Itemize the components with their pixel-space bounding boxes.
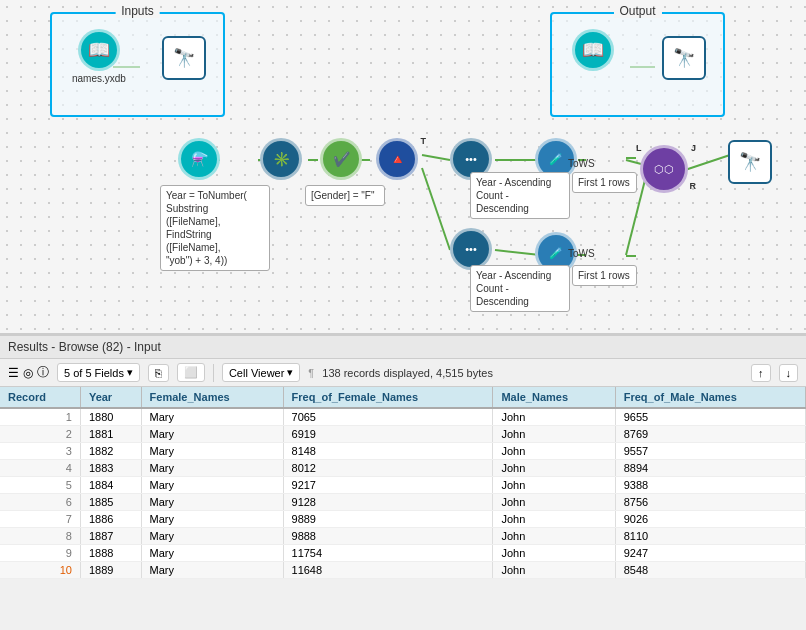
cell-col-5: 9655: [615, 408, 805, 426]
sort1-annotation: Year - Ascending Count - Descending: [470, 172, 570, 219]
cell-col-4: John: [493, 528, 615, 545]
cell-col-4: John: [493, 426, 615, 443]
cell-col-2: Mary: [141, 528, 283, 545]
col-freq-female[interactable]: Freq_of_Female_Names: [283, 387, 493, 408]
cell-col-4: John: [493, 545, 615, 562]
cell-col-4: John: [493, 494, 615, 511]
copy-icon: ⎘: [155, 367, 162, 379]
record-cell: 7: [0, 511, 80, 528]
cell-col-4: John: [493, 443, 615, 460]
book-node[interactable]: 📖 names.yxdb: [72, 29, 126, 84]
cell-col-5: 9026: [615, 511, 805, 528]
cell-col-2: Mary: [141, 511, 283, 528]
cell-col-1: 1888: [80, 545, 141, 562]
viewer-dropdown[interactable]: Cell Viewer ▾: [222, 363, 300, 382]
sort-desc-button[interactable]: ↓: [779, 364, 799, 382]
export-button[interactable]: ⬜: [177, 363, 205, 382]
data-table: Record Year Female_Names Freq_of_Female_…: [0, 387, 806, 579]
list-icon[interactable]: ☰: [8, 366, 19, 380]
file-label: names.yxdb: [72, 73, 126, 84]
cell-col-4: John: [493, 408, 615, 426]
record-cell: 6: [0, 494, 80, 511]
chevron-down-icon: ▾: [127, 366, 133, 379]
unique-node[interactable]: ✳️: [260, 138, 302, 180]
table-row: 21881Mary6919John8769: [0, 426, 806, 443]
multirow2-node[interactable]: •••: [450, 228, 492, 270]
col-year[interactable]: Year: [80, 387, 141, 408]
cell-col-2: Mary: [141, 562, 283, 579]
first2-annotation: First 1 rows: [572, 265, 637, 286]
output-book-node[interactable]: 📖: [572, 29, 614, 71]
cell-col-1: 1885: [80, 494, 141, 511]
cell-col-3: 9217: [283, 477, 493, 494]
cell-col-3: 11648: [283, 562, 493, 579]
cell-col-5: 8756: [615, 494, 805, 511]
records-stat: 138 records displayed, 4,515 bytes: [322, 367, 743, 379]
cell-col-2: Mary: [141, 545, 283, 562]
output-group-label: Output: [613, 4, 661, 18]
cell-col-2: Mary: [141, 443, 283, 460]
join-node[interactable]: ⬡⬡ L J R: [640, 145, 688, 193]
col-female-names[interactable]: Female_Names: [141, 387, 283, 408]
output-group: Output 📖 🔭: [550, 12, 725, 117]
table-row: 61885Mary9128John8756: [0, 494, 806, 511]
cell-col-3: 9128: [283, 494, 493, 511]
cell-col-1: 1889: [80, 562, 141, 579]
sort-asc-button[interactable]: ↑: [751, 364, 771, 382]
cell-col-3: 9888: [283, 528, 493, 545]
record-cell: 2: [0, 426, 80, 443]
fields-label: 5 of 5 Fields: [64, 367, 124, 379]
cell-col-5: 9247: [615, 545, 805, 562]
unique-icon: ✳️: [260, 138, 302, 180]
browse-output-node[interactable]: 🔭: [662, 36, 706, 80]
cell-col-1: 1886: [80, 511, 141, 528]
cell-col-2: Mary: [141, 460, 283, 477]
record-cell: 4: [0, 460, 80, 477]
table-row: 31882Mary8148John9557: [0, 443, 806, 460]
paragraph-icon: ¶: [308, 367, 314, 379]
cell-col-3: 11754: [283, 545, 493, 562]
cell-col-2: Mary: [141, 408, 283, 426]
table-row: 51884Mary9217John9388: [0, 477, 806, 494]
fields-dropdown[interactable]: 5 of 5 Fields ▾: [57, 363, 140, 382]
svg-line-9: [422, 168, 450, 250]
cell-col-1: 1882: [80, 443, 141, 460]
cell-col-3: 6919: [283, 426, 493, 443]
filter-node[interactable]: ✔️: [320, 138, 362, 180]
cell-col-1: 1880: [80, 408, 141, 426]
table-container: Record Year Female_Names Freq_of_Female_…: [0, 387, 806, 579]
info-icon[interactable]: ⓘ: [37, 364, 49, 381]
table-row: 71886Mary9889John9026: [0, 511, 806, 528]
results-panel: Results - Browse (82) - Input ☰ ◎ ⓘ 5 of…: [0, 335, 806, 579]
inputs-group: Inputs 📖 names.yxdb 🔭: [50, 12, 225, 117]
sort2-annotation: Year - Ascending Count - Descending: [470, 265, 570, 312]
cell-col-2: Mary: [141, 426, 283, 443]
split-node[interactable]: 🔺 T: [376, 138, 418, 180]
table-row: 41883Mary8012John8894: [0, 460, 806, 477]
formula-annotation: Year = ToNumber( Substring ([FileName], …: [160, 185, 270, 271]
col-freq-male[interactable]: Freq_of_Male_Names: [615, 387, 805, 408]
record-cell: 1: [0, 408, 80, 426]
cell-col-1: 1881: [80, 426, 141, 443]
export-icon: ⬜: [184, 366, 198, 379]
cell-col-4: John: [493, 477, 615, 494]
browse-final-node[interactable]: 🔭: [728, 140, 772, 184]
chart-icon[interactable]: ◎: [23, 366, 33, 380]
col-male-names[interactable]: Male_Names: [493, 387, 615, 408]
formula-node[interactable]: ⚗️: [178, 138, 220, 180]
cell-col-5: 8548: [615, 562, 805, 579]
record-cell: 10: [0, 562, 80, 579]
col-record[interactable]: Record: [0, 387, 80, 408]
cell-col-5: 9557: [615, 443, 805, 460]
join-icon: ⬡⬡: [640, 145, 688, 193]
book-icon: 📖: [78, 29, 120, 71]
viewer-chevron-icon: ▾: [287, 366, 293, 379]
cell-col-5: 8110: [615, 528, 805, 545]
copy-button[interactable]: ⎘: [148, 364, 169, 382]
browse-input-node[interactable]: 🔭: [162, 36, 206, 80]
cell-col-2: Mary: [141, 494, 283, 511]
filter-icon: ✔️: [320, 138, 362, 180]
results-toolbar: ☰ ◎ ⓘ 5 of 5 Fields ▾ ⎘ ⬜ Cell Viewer ▾ …: [0, 359, 806, 387]
cell-col-1: 1884: [80, 477, 141, 494]
cell-col-2: Mary: [141, 477, 283, 494]
